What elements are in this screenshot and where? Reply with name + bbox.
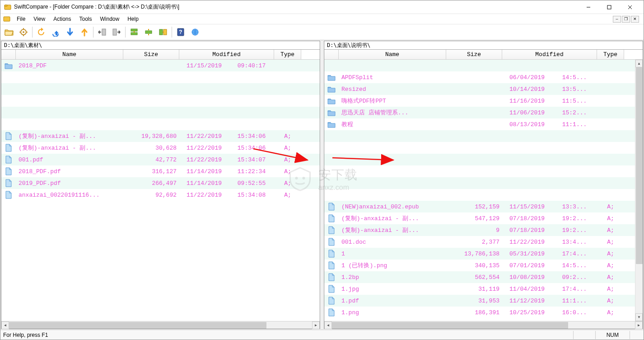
table-row[interactable]: [324, 142, 643, 154]
scroll-left-button[interactable]: ◄: [1, 321, 9, 329]
table-row[interactable]: [324, 60, 643, 71]
cell-modified-date: 11/22/2019: [179, 133, 229, 140]
header-type-col[interactable]: Type: [274, 50, 301, 59]
table-row[interactable]: [1, 118, 320, 130]
cell-size: 19,328,680: [123, 133, 179, 140]
table-row[interactable]: 1.png186,39110/25/201916:0...A;: [324, 307, 643, 318]
scroll-right-button[interactable]: ►: [312, 321, 320, 329]
header-icon-col[interactable]: [1, 50, 16, 59]
file-icon: [1, 132, 16, 140]
table-row[interactable]: 思迅天店 店铺管理系...11/06/201915:2...: [324, 107, 643, 118]
table-row[interactable]: APDFSplit06/04/201914:5...: [324, 71, 643, 83]
cell-name: 2018_PDF.pdf: [16, 168, 123, 175]
menu-view[interactable]: View: [30, 15, 49, 23]
table-row[interactable]: 113,786,13805/31/201917:4...A;: [324, 248, 643, 260]
table-row[interactable]: 教程08/13/201911:1...: [324, 118, 643, 130]
scroll-right-button[interactable]: ►: [635, 321, 643, 329]
header-modified-col[interactable]: Modified: [179, 50, 274, 59]
undo-button[interactable]: [49, 25, 62, 39]
scroll-track[interactable]: [635, 67, 643, 313]
header-name-col[interactable]: Name: [339, 50, 446, 59]
open-folder-button[interactable]: [2, 25, 16, 39]
cell-modified-time: 14:5...: [552, 74, 597, 81]
table-row[interactable]: [324, 189, 643, 201]
scroll-track[interactable]: [9, 321, 312, 329]
mdi-restore-button[interactable]: ❐: [622, 16, 630, 23]
header-size-col[interactable]: Size: [446, 50, 502, 59]
table-row[interactable]: 1.pdf31,95311/12/201911:1...A;: [324, 295, 643, 307]
table-row[interactable]: [1, 83, 320, 95]
scroll-thumb[interactable]: [332, 322, 568, 329]
right-vscrollbar[interactable]: ▲ ▼: [635, 60, 643, 321]
menu-file[interactable]: File: [13, 15, 29, 23]
header-modified-col[interactable]: Modified: [502, 50, 597, 59]
settings-button[interactable]: [17, 25, 30, 39]
table-row[interactable]: (复制)-anxaizai - 副...547,12907/18/201919:…: [324, 212, 643, 224]
minimize-button[interactable]: [578, 0, 598, 14]
table-row[interactable]: (复制)-anxaizai - 副...907/18/201919:2...A;: [324, 224, 643, 236]
sync-button[interactable]: [156, 25, 170, 39]
table-row[interactable]: 2018_PDF11/15/201909:40:17: [1, 60, 320, 71]
table-row[interactable]: [324, 165, 643, 177]
table-row[interactable]: anxaizai_00220191116...92,69211/22/20191…: [1, 189, 320, 201]
table-row[interactable]: 1 (已转换).png340,13507/01/201914:5...A;: [324, 260, 643, 271]
table-row[interactable]: [1, 95, 320, 107]
mdi-close-button[interactable]: ✕: [631, 16, 639, 23]
table-row[interactable]: [324, 130, 643, 142]
copy-left-button[interactable]: [95, 25, 109, 39]
collapse-all-button[interactable]: [142, 25, 155, 39]
scroll-track[interactable]: [332, 321, 635, 329]
scroll-thumb[interactable]: [636, 67, 643, 264]
cell-name: 001.doc: [339, 239, 446, 246]
table-row[interactable]: 2018_PDF.pdf316,12711/14/201911:22:34A;: [1, 165, 320, 177]
cell-size: 547,129: [446, 215, 502, 222]
pane-splitter[interactable]: [321, 40, 323, 330]
header-name-col[interactable]: Name: [16, 50, 123, 59]
right-hscrollbar[interactable]: ◄ ►: [324, 321, 643, 329]
table-row[interactable]: (复制)-anxaizai - 副...30,62811/22/201915:3…: [1, 142, 320, 154]
close-button[interactable]: [620, 0, 640, 14]
header-size-col[interactable]: Size: [123, 50, 179, 59]
scroll-thumb[interactable]: [9, 322, 266, 329]
table-row[interactable]: (NEW)anxaizai_002.epub152,15911/15/20191…: [324, 201, 643, 212]
left-path-bar[interactable]: D:\桌面\素材\: [1, 41, 320, 50]
mdi-minimize-button[interactable]: –: [613, 16, 621, 23]
right-grid-body[interactable]: APDFSplit06/04/201914:5...Resized10/14/2…: [324, 60, 643, 321]
scroll-left-button[interactable]: ◄: [324, 321, 332, 329]
table-row[interactable]: (复制)-anxaizai - 副...19,328,68011/22/2019…: [1, 130, 320, 142]
menu-tools[interactable]: Tools: [76, 15, 96, 23]
table-row[interactable]: Resized10/14/201913:5...: [324, 83, 643, 95]
right-grid-header: Name Size Modified Type: [324, 50, 643, 60]
cell-modified-time: 09:52:55: [229, 180, 274, 187]
help-button[interactable]: ?: [174, 25, 187, 39]
table-row[interactable]: 嗨格式PDF转PPT11/16/201911:5...: [324, 95, 643, 107]
header-type-col[interactable]: Type: [597, 50, 624, 59]
table-row[interactable]: 001.pdf42,77211/22/201915:34:07A;: [1, 154, 320, 165]
table-row[interactable]: [324, 154, 643, 165]
table-row[interactable]: 1.2bp562,55410/08/201909:2...A;: [324, 271, 643, 283]
file-icon: [324, 203, 339, 211]
table-row[interactable]: 1.jpg31,11911/04/201917:4...A;: [324, 283, 643, 295]
down-arrow-button[interactable]: [63, 25, 77, 39]
table-row[interactable]: 001.doc2,37711/22/201913:4...A;: [324, 236, 643, 248]
left-hscrollbar[interactable]: ◄ ►: [1, 321, 320, 329]
table-row[interactable]: [1, 71, 320, 83]
expand-all-button[interactable]: [127, 25, 141, 39]
table-row[interactable]: [1, 107, 320, 118]
scroll-up-button[interactable]: ▲: [635, 60, 643, 67]
refresh-button[interactable]: [34, 25, 48, 39]
left-grid-body[interactable]: 2018_PDF11/15/201909:40:17(复制)-anxaizai …: [1, 60, 320, 321]
menu-window[interactable]: Window: [97, 15, 123, 23]
right-path-bar[interactable]: D:\桌面\说明书\: [324, 41, 643, 50]
scroll-down-button[interactable]: ▼: [635, 313, 643, 321]
copy-right-button[interactable]: [110, 25, 123, 39]
menu-actions[interactable]: Actions: [50, 15, 75, 23]
menu-help[interactable]: Help: [124, 15, 142, 23]
table-row[interactable]: 2019_PDF.pdf266,49711/14/201909:52:55A;: [1, 177, 320, 189]
maximize-button[interactable]: [599, 0, 619, 14]
web-button[interactable]: [188, 25, 202, 39]
table-row[interactable]: [324, 177, 643, 189]
header-icon-col[interactable]: [324, 50, 339, 59]
up-arrow-button[interactable]: [78, 25, 91, 39]
cell-modified-time: 15:34:06: [229, 133, 274, 140]
